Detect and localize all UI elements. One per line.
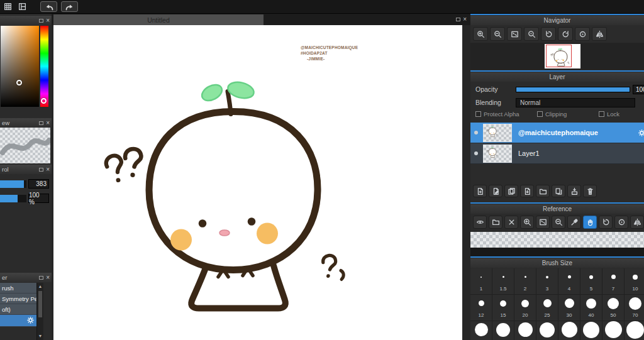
navigator-view-rect[interactable]: [546, 45, 572, 67]
undo-button[interactable]: [40, 1, 57, 12]
zoom-in-button[interactable]: [473, 27, 488, 41]
eyedropper-button[interactable]: [567, 216, 581, 229]
brush-settings-gear-icon[interactable]: [26, 316, 35, 326]
checkbox-protect-alpha[interactable]: Protect Alpha: [475, 111, 519, 118]
float-panel-icon[interactable]: [39, 121, 43, 125]
merge-down-button[interactable]: [567, 185, 581, 197]
saturation-value-picker[interactable]: [1, 26, 39, 107]
brush-size-option-4[interactable]: 4: [558, 268, 580, 294]
eye-button[interactable]: [473, 216, 487, 229]
brush-size-option[interactable]: [602, 321, 624, 340]
new-layer-menu-button[interactable]: [489, 185, 502, 197]
float-panel-icon[interactable]: [39, 168, 43, 172]
brush-size-option[interactable]: [558, 321, 580, 340]
reference-canvas[interactable]: [470, 232, 644, 248]
brush-size-option-70[interactable]: 70: [625, 295, 644, 321]
brush-size-option-7[interactable]: 7: [602, 268, 624, 294]
close-panel-icon[interactable]: ×: [46, 167, 50, 173]
drawing-canvas[interactable]: @MAICHICUTEPHOMAIQUE #HOIDAP2AT -JIMMIE-: [53, 25, 462, 340]
brush-size-option[interactable]: [514, 321, 536, 340]
brush-list-item[interactable]: oft): [0, 304, 36, 315]
brush-size-option[interactable]: [536, 321, 558, 340]
brush-size-option-5[interactable]: 5: [580, 268, 602, 294]
sv-cursor[interactable]: [16, 80, 22, 85]
layer-row[interactable]: @maichicutephomaique: [470, 123, 644, 143]
brush-list-item[interactable]: Symmetry Pe: [0, 293, 36, 304]
close-panel-icon[interactable]: ×: [463, 16, 467, 23]
rotate-ccw-button[interactable]: [541, 27, 556, 41]
close-x-button[interactable]: [504, 216, 518, 229]
opacity-slider[interactable]: [516, 87, 630, 92]
canvas-tab[interactable]: Untitled: [53, 14, 264, 25]
brush-opacity-value[interactable]: 100 %: [28, 194, 49, 203]
brush-list-item[interactable]: rush: [0, 283, 36, 293]
navigator-thumbnail[interactable]: [545, 44, 580, 69]
rotate-cw-button[interactable]: [558, 27, 573, 41]
brush-size-value[interactable]: 383: [28, 179, 49, 189]
close-panel-icon[interactable]: ×: [46, 275, 50, 281]
scroll-up-icon[interactable]: ▲: [37, 283, 43, 290]
delete-layer-button[interactable]: [583, 185, 597, 197]
zoom-in-button[interactable]: [520, 216, 534, 229]
brush-size-option-30[interactable]: 30: [558, 295, 580, 321]
reset-rotation-button[interactable]: [575, 27, 590, 41]
brush-size-option[interactable]: [580, 321, 602, 340]
close-panel-icon[interactable]: ×: [46, 120, 50, 126]
checkbox-lock[interactable]: Lock: [599, 111, 619, 118]
brush-size-option-15[interactable]: 15: [492, 295, 514, 321]
palette-grid-icon[interactable]: [4, 3, 12, 11]
canvas-artwork[interactable]: [53, 25, 462, 340]
hue-strip[interactable]: [40, 26, 48, 107]
new-layer-button[interactable]: [473, 185, 487, 197]
fit-window-button[interactable]: [536, 216, 550, 229]
new-folder-button[interactable]: [536, 185, 550, 197]
brush-size-option-20[interactable]: 20: [514, 295, 536, 321]
brush-size-option-3[interactable]: 3: [536, 268, 558, 294]
brush-size-option-2[interactable]: 2: [514, 268, 536, 294]
hand-button[interactable]: [583, 216, 597, 229]
blending-dropdown[interactable]: Normal: [516, 98, 635, 107]
float-panel-icon[interactable]: [39, 19, 43, 23]
close-panel-icon[interactable]: ×: [46, 18, 50, 24]
brush-size-option[interactable]: [470, 321, 492, 340]
open-folder-button[interactable]: [489, 216, 502, 229]
layer-down-button[interactable]: [520, 185, 534, 197]
brush-list-item[interactable]: [0, 315, 36, 327]
float-panel-icon[interactable]: [39, 276, 43, 280]
workspace-icon[interactable]: [18, 3, 26, 11]
zoom-out-button[interactable]: [490, 27, 505, 41]
brush-size-option-25[interactable]: 25: [536, 295, 558, 321]
redo-button[interactable]: [61, 1, 78, 12]
scroll-down-icon[interactable]: ▼: [37, 333, 43, 339]
zoom-out-button[interactable]: [552, 216, 565, 229]
brush-size-option-1[interactable]: 1: [470, 268, 492, 294]
brush-opacity-slider[interactable]: [0, 195, 26, 202]
brush-size-option-10[interactable]: 10: [625, 268, 644, 294]
flip-horizontal-button[interactable]: [592, 27, 607, 41]
opacity-value[interactable]: 100: [633, 85, 644, 94]
layer-visibility-dot[interactable]: [474, 131, 478, 134]
scrollbar-thumb[interactable]: [38, 291, 42, 317]
reset-rotation-button[interactable]: [614, 216, 628, 229]
brush-size-option-50[interactable]: 50: [602, 295, 624, 321]
brush-size-control-row: 383: [0, 179, 49, 189]
brush-size-option[interactable]: [625, 321, 644, 340]
brush-size-option-40[interactable]: 40: [580, 295, 602, 321]
hue-cursor[interactable]: [41, 98, 47, 104]
layer-settings-gear-icon[interactable]: [638, 128, 644, 140]
brush-size-option[interactable]: [492, 321, 514, 340]
float-panel-icon[interactable]: [456, 18, 460, 21]
rotate-ccw-button[interactable]: [599, 216, 613, 229]
brush-size-option-1_5[interactable]: 1.5: [492, 268, 514, 294]
duplicate-layer-button[interactable]: [504, 185, 518, 197]
brush-list-scrollbar[interactable]: ▲ ▼: [36, 283, 43, 340]
fit-window-button[interactable]: [507, 27, 522, 41]
checkbox-clipping[interactable]: Clipping: [537, 111, 567, 118]
layer-row[interactable]: Layer1: [470, 143, 644, 164]
brush-size-slider[interactable]: [0, 180, 26, 188]
copy-layer-button[interactable]: [552, 185, 565, 197]
zoom-actual-button[interactable]: [524, 27, 539, 41]
flip-horizontal-button[interactable]: [630, 216, 644, 229]
brush-size-option-12[interactable]: 12: [470, 295, 492, 321]
layer-visibility-dot[interactable]: [474, 151, 478, 155]
